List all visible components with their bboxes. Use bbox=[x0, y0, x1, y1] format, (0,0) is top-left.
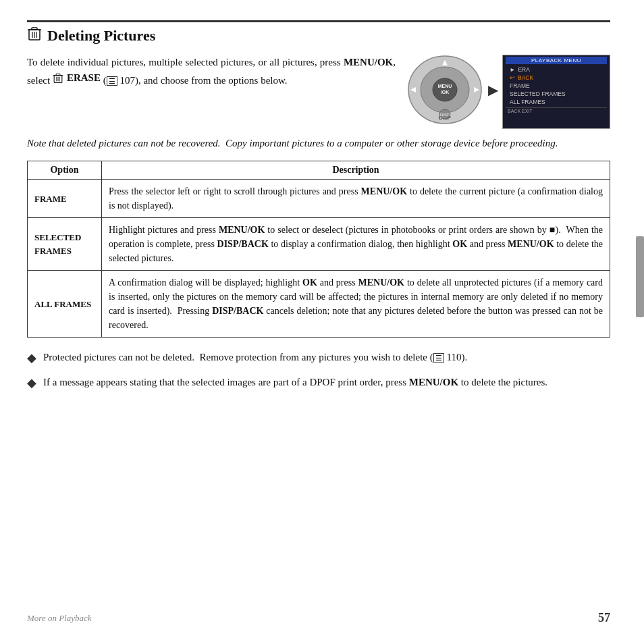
camera-control-svg: MENU /OK DISP DISP bbox=[406, 55, 484, 126]
menu-header: PLAYBACK MENU bbox=[506, 57, 607, 64]
table-row: FRAME Press the selector left or right t… bbox=[28, 180, 610, 218]
desc-frame: Press the selector left or right to scro… bbox=[102, 180, 610, 218]
svg-text:/OK: /OK bbox=[441, 90, 449, 95]
intro-part3: ), and choose from the options below. bbox=[135, 75, 288, 86]
trash-icon bbox=[27, 26, 42, 45]
sidebar-scroll-indicator bbox=[636, 236, 644, 317]
svg-text:DISP: DISP bbox=[440, 113, 450, 117]
erase-ref: ERASE bbox=[53, 70, 101, 86]
page-title: Deleting Pictures bbox=[27, 20, 610, 45]
menu-item-era: ►ERA bbox=[506, 65, 607, 74]
continued-text: Note that deleted pictures can not be re… bbox=[27, 136, 610, 151]
note-text-1: Protected pictures can not be deleted. R… bbox=[43, 350, 467, 368]
page-number: 57 bbox=[598, 611, 610, 625]
menu-item-frame: FRAME bbox=[506, 82, 607, 90]
note-item-2: ◆ If a message appears stating that the … bbox=[27, 375, 610, 393]
table-row: ALL FRAMES A confirmation dialog will be… bbox=[28, 271, 610, 338]
menu-item-all-frames: ALL FRAMES bbox=[506, 98, 607, 106]
option-all-frames: ALL FRAMES bbox=[28, 271, 102, 338]
svg-text:MENU: MENU bbox=[438, 84, 452, 88]
col1-header: Option bbox=[28, 161, 102, 180]
desc-selected-frames: Highlight pictures and press MENU/OK to … bbox=[102, 218, 610, 271]
intro-part1: To delete individual pictures, multiple … bbox=[27, 57, 344, 68]
menu-screenshot: PLAYBACK MENU ►ERA ↩BACK FRAME SELECTED … bbox=[502, 55, 610, 129]
bullet-icon-2: ◆ bbox=[27, 374, 36, 393]
menu-item-selected-frames: SELECTED FRAMES bbox=[506, 90, 607, 98]
menu-arrow: ▶ bbox=[488, 55, 498, 98]
option-frame: FRAME bbox=[28, 180, 102, 218]
book-icon-107: ☰ bbox=[107, 76, 117, 86]
bullet-icon-1: ◆ bbox=[27, 349, 36, 368]
col2-header: Description bbox=[102, 161, 610, 180]
footer-section-label: More on Playback bbox=[27, 613, 92, 624]
notes-section: ◆ Protected pictures can not be deleted.… bbox=[27, 350, 610, 393]
table-row: SELECTEDFRAMES Highlight pictures and pr… bbox=[28, 218, 610, 271]
desc-all-frames: A confirmation dialog will be displayed;… bbox=[102, 271, 610, 338]
note-text-2: If a message appears stating that the se… bbox=[43, 375, 547, 393]
intro-text: To delete individual pictures, multiple … bbox=[27, 55, 396, 129]
options-table: Option Description FRAME Press the selec… bbox=[27, 161, 610, 338]
book-ref-107: 107 bbox=[119, 75, 135, 86]
camera-control-container: MENU /OK DISP DISP bbox=[406, 55, 484, 126]
intro-images: MENU /OK DISP DISP ▶ PLAYBACK MENU ►ERA bbox=[406, 55, 610, 129]
page-footer: More on Playback 57 bbox=[27, 611, 610, 625]
menu-item-back: ↩BACK bbox=[506, 74, 607, 82]
intro-section: To delete individual pictures, multiple … bbox=[27, 55, 610, 129]
erase-label: ERASE bbox=[67, 70, 101, 86]
menu-ok-ref1: MENU/OK bbox=[344, 57, 393, 68]
book-icon-110: ☰ bbox=[433, 353, 444, 363]
menu-footer: BACK EXIT bbox=[506, 107, 607, 114]
title-text: Deleting Pictures bbox=[47, 27, 155, 45]
option-selected-frames: SELECTEDFRAMES bbox=[28, 218, 102, 271]
note-item-1: ◆ Protected pictures can not be deleted.… bbox=[27, 350, 610, 368]
